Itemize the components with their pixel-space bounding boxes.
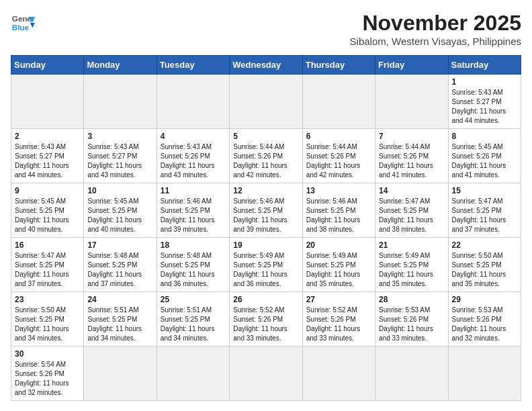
day-cell: 21Sunrise: 5:49 AM Sunset: 5:25 PM Dayli…	[375, 238, 448, 292]
day-info: Sunrise: 5:43 AM Sunset: 5:26 PM Dayligh…	[161, 142, 226, 180]
day-cell: 7Sunrise: 5:44 AM Sunset: 5:26 PM Daylig…	[375, 129, 448, 183]
day-cell	[302, 75, 375, 129]
day-cell: 26Sunrise: 5:52 AM Sunset: 5:26 PM Dayli…	[230, 292, 302, 347]
title-area: November 2025 Sibalom, Western Visayas, …	[350, 11, 521, 47]
day-info: Sunrise: 5:46 AM Sunset: 5:25 PM Dayligh…	[306, 197, 371, 234]
weekday-monday: Monday	[84, 56, 157, 75]
day-cell	[157, 75, 229, 129]
logo: General Blue	[11, 11, 35, 35]
day-info: Sunrise: 5:43 AM Sunset: 5:27 PM Dayligh…	[452, 88, 517, 126]
day-number: 28	[379, 295, 444, 304]
day-info: Sunrise: 5:53 AM Sunset: 5:26 PM Dayligh…	[379, 306, 444, 343]
day-cell: 10Sunrise: 5:45 AM Sunset: 5:25 PM Dayli…	[84, 183, 157, 238]
day-cell: 24Sunrise: 5:51 AM Sunset: 5:25 PM Dayli…	[84, 292, 157, 347]
day-cell: 20Sunrise: 5:49 AM Sunset: 5:25 PM Dayli…	[302, 238, 375, 292]
day-cell: 5Sunrise: 5:44 AM Sunset: 5:26 PM Daylig…	[230, 129, 302, 183]
day-info: Sunrise: 5:52 AM Sunset: 5:26 PM Dayligh…	[306, 306, 371, 343]
day-info: Sunrise: 5:44 AM Sunset: 5:26 PM Dayligh…	[379, 142, 444, 180]
day-info: Sunrise: 5:51 AM Sunset: 5:25 PM Dayligh…	[161, 306, 226, 343]
week-row-1: 1Sunrise: 5:43 AM Sunset: 5:27 PM Daylig…	[11, 75, 521, 129]
day-cell: 22Sunrise: 5:50 AM Sunset: 5:25 PM Dayli…	[448, 238, 521, 292]
day-cell: 8Sunrise: 5:45 AM Sunset: 5:26 PM Daylig…	[448, 129, 521, 183]
day-cell: 11Sunrise: 5:46 AM Sunset: 5:25 PM Dayli…	[157, 183, 229, 238]
day-info: Sunrise: 5:53 AM Sunset: 5:26 PM Dayligh…	[452, 306, 517, 343]
day-info: Sunrise: 5:44 AM Sunset: 5:26 PM Dayligh…	[306, 142, 371, 180]
svg-text:Blue: Blue	[12, 23, 30, 32]
day-info: Sunrise: 5:47 AM Sunset: 5:25 PM Dayligh…	[452, 197, 517, 234]
day-number: 19	[233, 240, 298, 250]
weekday-wednesday: Wednesday	[230, 56, 302, 75]
day-cell	[375, 347, 448, 401]
day-cell	[302, 347, 375, 401]
day-cell: 27Sunrise: 5:52 AM Sunset: 5:26 PM Dayli…	[302, 292, 375, 347]
day-number: 8	[452, 132, 517, 141]
day-number: 7	[379, 132, 444, 141]
day-number: 4	[161, 132, 226, 141]
day-cell: 29Sunrise: 5:53 AM Sunset: 5:26 PM Dayli…	[448, 292, 521, 347]
day-number: 1	[452, 77, 517, 87]
day-number: 3	[87, 132, 152, 141]
day-info: Sunrise: 5:49 AM Sunset: 5:25 PM Dayligh…	[306, 251, 371, 289]
day-cell	[375, 75, 448, 129]
day-number: 23	[15, 295, 80, 304]
day-number: 6	[306, 132, 371, 141]
day-cell	[448, 347, 521, 401]
day-cell: 17Sunrise: 5:48 AM Sunset: 5:25 PM Dayli…	[84, 238, 157, 292]
day-cell: 2Sunrise: 5:43 AM Sunset: 5:27 PM Daylig…	[11, 129, 84, 183]
day-info: Sunrise: 5:50 AM Sunset: 5:25 PM Dayligh…	[15, 306, 80, 343]
day-info: Sunrise: 5:47 AM Sunset: 5:25 PM Dayligh…	[379, 197, 444, 234]
day-info: Sunrise: 5:51 AM Sunset: 5:25 PM Dayligh…	[87, 306, 152, 343]
day-cell: 1Sunrise: 5:43 AM Sunset: 5:27 PM Daylig…	[448, 75, 521, 129]
day-number: 15	[452, 186, 517, 195]
day-cell: 15Sunrise: 5:47 AM Sunset: 5:25 PM Dayli…	[448, 183, 521, 238]
day-info: Sunrise: 5:43 AM Sunset: 5:27 PM Dayligh…	[87, 142, 152, 180]
day-cell: 19Sunrise: 5:49 AM Sunset: 5:25 PM Dayli…	[230, 238, 302, 292]
weekday-header-row: SundayMondayTuesdayWednesdayThursdayFrid…	[11, 56, 521, 75]
calendar: SundayMondayTuesdayWednesdayThursdayFrid…	[11, 55, 521, 401]
day-number: 11	[161, 186, 226, 195]
day-cell: 14Sunrise: 5:47 AM Sunset: 5:25 PM Dayli…	[375, 183, 448, 238]
week-row-4: 16Sunrise: 5:47 AM Sunset: 5:25 PM Dayli…	[11, 238, 521, 292]
day-info: Sunrise: 5:46 AM Sunset: 5:25 PM Dayligh…	[161, 197, 226, 234]
day-number: 27	[306, 295, 371, 304]
day-number: 29	[452, 295, 517, 304]
day-info: Sunrise: 5:48 AM Sunset: 5:25 PM Dayligh…	[161, 251, 226, 289]
header: General Blue November 2025 Sibalom, West…	[11, 11, 521, 47]
svg-marker-3	[30, 23, 35, 28]
day-number: 17	[87, 240, 152, 250]
day-number: 22	[452, 240, 517, 250]
day-cell	[84, 75, 157, 129]
day-cell: 23Sunrise: 5:50 AM Sunset: 5:25 PM Dayli…	[11, 292, 84, 347]
weekday-sunday: Sunday	[11, 56, 84, 75]
day-number: 20	[306, 240, 371, 250]
day-cell	[11, 75, 84, 129]
day-number: 2	[15, 132, 80, 141]
weekday-saturday: Saturday	[448, 56, 521, 75]
day-cell: 30Sunrise: 5:54 AM Sunset: 5:26 PM Dayli…	[11, 347, 84, 401]
weekday-thursday: Thursday	[302, 56, 375, 75]
weekday-tuesday: Tuesday	[157, 56, 229, 75]
day-cell: 28Sunrise: 5:53 AM Sunset: 5:26 PM Dayli…	[375, 292, 448, 347]
day-number: 13	[306, 186, 371, 195]
location: Sibalom, Western Visayas, Philippines	[350, 36, 521, 47]
week-row-5: 23Sunrise: 5:50 AM Sunset: 5:25 PM Dayli…	[11, 292, 521, 347]
day-number: 21	[379, 240, 444, 250]
day-number: 5	[233, 132, 298, 141]
day-info: Sunrise: 5:45 AM Sunset: 5:26 PM Dayligh…	[452, 142, 517, 180]
day-info: Sunrise: 5:43 AM Sunset: 5:27 PM Dayligh…	[15, 142, 80, 180]
day-info: Sunrise: 5:44 AM Sunset: 5:26 PM Dayligh…	[233, 142, 298, 180]
day-info: Sunrise: 5:47 AM Sunset: 5:25 PM Dayligh…	[15, 251, 80, 289]
day-cell: 13Sunrise: 5:46 AM Sunset: 5:25 PM Dayli…	[302, 183, 375, 238]
day-info: Sunrise: 5:52 AM Sunset: 5:26 PM Dayligh…	[233, 306, 298, 343]
day-cell	[157, 347, 229, 401]
day-number: 18	[161, 240, 226, 250]
day-number: 12	[233, 186, 298, 195]
weekday-friday: Friday	[375, 56, 448, 75]
day-cell: 9Sunrise: 5:45 AM Sunset: 5:25 PM Daylig…	[11, 183, 84, 238]
day-number: 26	[233, 295, 298, 304]
day-info: Sunrise: 5:54 AM Sunset: 5:26 PM Dayligh…	[15, 360, 80, 398]
day-cell: 16Sunrise: 5:47 AM Sunset: 5:25 PM Dayli…	[11, 238, 84, 292]
day-info: Sunrise: 5:45 AM Sunset: 5:25 PM Dayligh…	[15, 197, 80, 234]
day-number: 14	[379, 186, 444, 195]
day-number: 24	[87, 295, 152, 304]
